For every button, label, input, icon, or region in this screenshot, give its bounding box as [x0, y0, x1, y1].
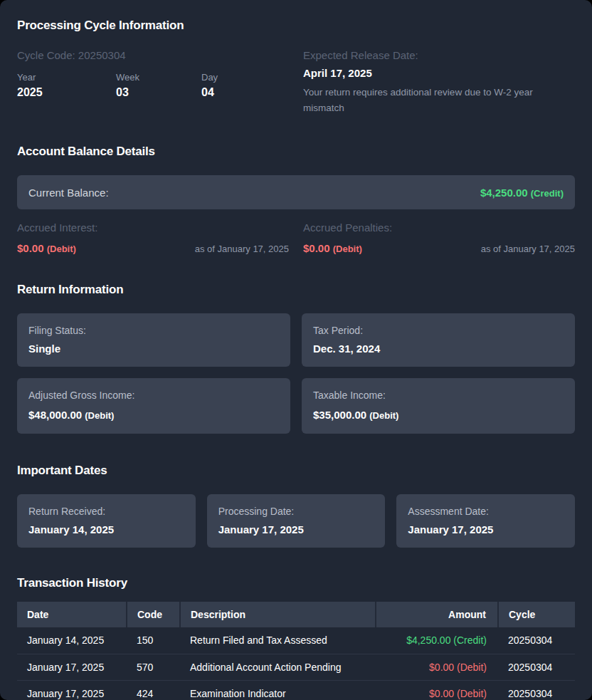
amount-qualifier: (Debit): [47, 244, 76, 254]
accrued-interest-label: Accrued Interest:: [17, 221, 289, 234]
section-important-dates: Important Dates Return Received: January…: [17, 462, 575, 548]
card-value: $35,000.00 (Debit): [313, 408, 564, 423]
accrued-penalties-block: Accrued Penalties: $0.00 (Debit) as of J…: [303, 221, 575, 254]
card-value: Single: [28, 342, 279, 356]
column-header-code: Code: [127, 602, 180, 627]
cell-cycle: 20250304: [498, 627, 575, 654]
card-label: Tax Period:: [313, 324, 564, 337]
section-return-information: Return Information Filing Status: Single…: [17, 281, 575, 434]
return-received-card: Return Received: January 14, 2025: [17, 494, 196, 548]
amount-value: $48,000.00: [28, 409, 82, 421]
amount-value: $0.00: [17, 242, 44, 254]
card-value: January 14, 2025: [28, 523, 184, 537]
amount-value: $0.00: [303, 242, 330, 254]
section-title: Processing Cycle Information: [17, 17, 575, 34]
section-title: Transaction History: [17, 575, 575, 592]
card-value: Dec. 31, 2024: [313, 342, 564, 356]
card-label: Filing Status:: [28, 324, 279, 337]
assessment-date-card: Assessment Date: January 17, 2025: [396, 494, 575, 548]
transactions-table: Date Code Description Amount Cycle Janua…: [17, 602, 575, 700]
cycle-field-day: Day 04: [201, 72, 289, 100]
card-label: Processing Date:: [218, 505, 374, 518]
table-header-row: Date Code Description Amount Cycle: [17, 602, 575, 627]
card-label: Adjusted Gross Income:: [28, 389, 279, 402]
amount-qualifier: (Credit): [531, 188, 564, 199]
review-note: Your return requires additional review d…: [303, 85, 554, 116]
cycle-code-label: Cycle Code: 20250304: [17, 49, 289, 62]
cell-amount: $0.00 (Debit): [376, 654, 498, 680]
cycle-field-year: Year 2025: [17, 72, 116, 100]
amount-qualifier: (Debit): [333, 244, 362, 254]
section-title: Return Information: [17, 281, 575, 298]
accrued-penalties-as-of: as of January 17, 2025: [481, 244, 575, 254]
section-processing-cycle: Processing Cycle Information Cycle Code:…: [17, 17, 575, 116]
cycle-field-week: Week 03: [116, 72, 201, 100]
field-value: 03: [116, 85, 201, 100]
field-label: Year: [17, 72, 116, 83]
card-value: $48,000.00 (Debit): [28, 408, 279, 423]
cell-code: 570: [127, 654, 180, 680]
cell-description: Examination Indicator: [180, 680, 376, 700]
cell-date: January 14, 2025: [17, 627, 127, 654]
cell-description: Return Filed and Tax Assessed: [180, 627, 376, 654]
column-header-amount: Amount: [376, 602, 498, 627]
current-balance-card: Current Balance: $4,250.00 (Credit): [17, 175, 575, 209]
accrued-interest-block: Accrued Interest: $0.00 (Debit) as of Ja…: [17, 221, 289, 254]
column-header-cycle: Cycle: [498, 602, 575, 627]
expected-release-label: Expected Release Date:: [303, 49, 575, 62]
accrued-penalties-label: Accrued Penalties:: [303, 221, 575, 234]
amount-qualifier: (Debit): [369, 410, 398, 421]
section-account-balance: Account Balance Details Current Balance:…: [17, 143, 575, 254]
amount-value: $4,250.00: [480, 187, 528, 199]
expected-release-date: April 17, 2025: [303, 66, 575, 80]
section-transaction-history: Transaction History Date Code Descriptio…: [17, 575, 575, 700]
field-value: 04: [201, 85, 289, 100]
accrued-interest-amount: $0.00 (Debit): [17, 242, 76, 254]
column-header-date: Date: [17, 602, 127, 627]
current-balance-amount: $4,250.00 (Credit): [480, 187, 564, 199]
cell-date: January 17, 2025: [17, 654, 127, 680]
card-label: Taxable Income:: [313, 389, 564, 402]
cell-cycle: 20250304: [498, 654, 575, 680]
expected-release-block: Expected Release Date: April 17, 2025 Yo…: [303, 49, 575, 116]
cell-cycle: 20250304: [498, 680, 575, 700]
card-label: Return Received:: [28, 505, 184, 518]
section-title: Important Dates: [17, 462, 575, 479]
cycle-code-block: Cycle Code: 20250304 Year 2025 Week 03 D…: [17, 49, 289, 116]
cell-code: 424: [127, 680, 180, 700]
table-row: January 17, 2025 424 Examination Indicat…: [17, 680, 575, 700]
cell-amount: $0.00 (Debit): [376, 680, 498, 700]
field-value: 2025: [17, 85, 116, 100]
table-row: January 17, 2025 570 Additional Account …: [17, 654, 575, 680]
amount-qualifier: (Debit): [85, 410, 114, 421]
field-label: Day: [201, 72, 289, 83]
card-value: January 17, 2025: [408, 523, 564, 537]
cell-amount: $4,250.00 (Credit): [376, 627, 498, 654]
section-title: Account Balance Details: [17, 143, 575, 160]
accrued-penalties-amount: $0.00 (Debit): [303, 242, 362, 254]
cell-date: January 17, 2025: [17, 680, 127, 700]
card-value: January 17, 2025: [218, 523, 374, 537]
filing-status-card: Filing Status: Single: [17, 313, 290, 367]
card-label: Assessment Date:: [408, 505, 564, 518]
tax-account-panel: Processing Cycle Information Cycle Code:…: [0, 0, 592, 700]
accrued-interest-as-of: as of January 17, 2025: [195, 244, 289, 254]
current-balance-label: Current Balance:: [28, 187, 109, 199]
column-header-description: Description: [180, 602, 376, 627]
cell-code: 150: [127, 627, 180, 654]
cell-description: Additional Account Action Pending: [180, 654, 376, 680]
amount-value: $35,000.00: [313, 409, 366, 421]
adjusted-gross-income-card: Adjusted Gross Income: $48,000.00 (Debit…: [17, 378, 290, 434]
processing-date-card: Processing Date: January 17, 2025: [207, 494, 386, 548]
field-label: Week: [116, 72, 201, 83]
tax-period-card: Tax Period: Dec. 31, 2024: [302, 313, 575, 367]
table-row: January 14, 2025 150 Return Filed and Ta…: [17, 627, 575, 654]
taxable-income-card: Taxable Income: $35,000.00 (Debit): [302, 378, 575, 434]
